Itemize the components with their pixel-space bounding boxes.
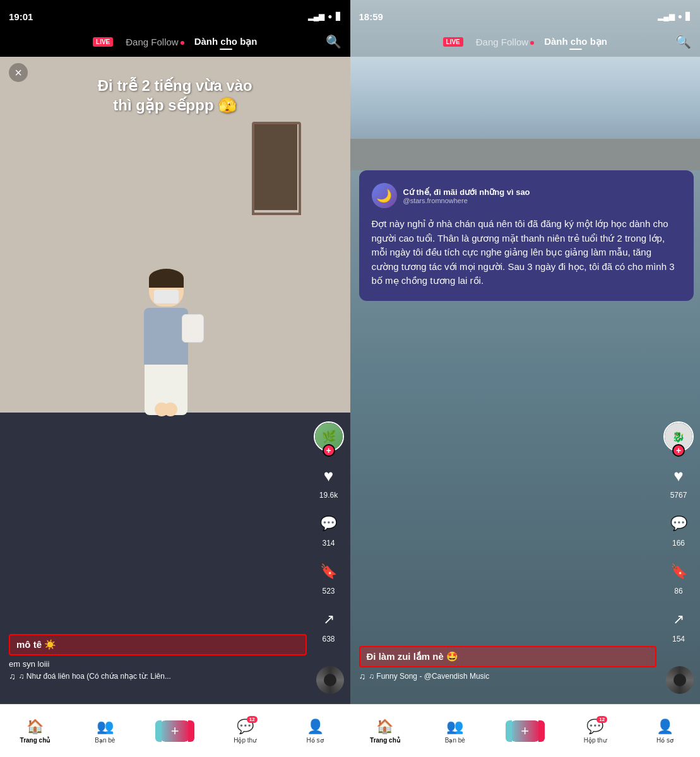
add-icon-right: + [521,723,529,739]
signal-icon-left: ▂▄▆ [308,12,325,21]
time-left: 19:01 [9,11,33,22]
share-icon-left: ↗ [316,607,341,632]
nav-inbox-left[interactable]: 💬 12 Hộp thư [210,719,280,744]
bookmark-icon-left: 🔖 [316,559,341,584]
follow-plus-left[interactable]: + [323,444,335,457]
home-label-left: Trang chủ [20,737,50,744]
music-disc-left [316,666,344,694]
left-phone: 19:01 ▂▄▆ ● ▊ LIVE Đang Follow Dành cho … [0,0,350,757]
nav-inbox-right[interactable]: 💬 12 Hộp thư [560,719,630,744]
nav-add-right[interactable]: + [490,720,560,742]
card-avatar-emoji: 🌙 [376,188,392,203]
share-count-left: 638 [322,635,335,643]
time-right: 18:59 [359,11,383,22]
nav-tab-following-left[interactable]: Đang Follow [126,37,184,47]
status-bar-left: 19:01 ▂▄▆ ● ▊ [0,0,350,28]
video-text-overlay: Đi trễ 2 tiếng vừa vào thì gặp sếppp 🫣 [0,76,350,115]
bookmark-count-right: 86 [674,587,682,596]
battery-icon-left: ▊ [336,12,341,21]
follow-plus-right[interactable]: + [672,444,685,457]
friends-label-right: Bạn bè [445,737,465,744]
live-badge-right: LIVE [443,37,463,47]
comment-action-right[interactable]: 💬 166 [666,511,691,548]
friends-icon-right: 👥 [446,719,463,735]
friends-label-left: Bạn bè [95,737,115,744]
top-nav-right: LIVE Đang Follow Dành cho bạn 🔍 [350,28,701,56]
door-frame-bg [252,122,301,215]
add-button-right[interactable]: + [509,720,541,742]
heart-icon-left: ♥ [316,463,341,488]
inbox-wrap-left: 💬 12 [237,719,254,735]
bookmark-action-left[interactable]: 🔖 523 [316,559,341,596]
nav-tab-foryou-left[interactable]: Dành cho bạn [194,36,258,47]
inbox-wrap-right: 💬 12 [586,719,603,735]
nav-profile-right[interactable]: 👤 Hồ sơ [630,719,700,744]
caption-text-right: Đi làm zui lắm nè 🤩 [367,651,459,662]
action-buttons-left: 🌿 + ♥ 19.6k 💬 314 🔖 523 ↗ 638 [314,421,344,643]
profile-icon-left: 👤 [307,719,324,735]
inbox-badge-left: 12 [247,716,258,723]
comment-action-left[interactable]: 💬 314 [316,511,341,548]
home-icon-left: 🏠 [27,719,44,735]
close-button-left[interactable]: × [9,63,28,82]
comment-count-right: 166 [672,539,685,548]
card-avatar: 🌙 [372,183,397,208]
status-icons-right: ▂▄▆ ● ▊ [658,12,691,21]
creator-avatar-right[interactable]: 🐉 + [663,421,694,452]
like-action-left[interactable]: ♥ 19.6k [316,463,341,500]
nav-friends-left[interactable]: 👥 Bạn bè [70,719,140,744]
search-button-left[interactable]: 🔍 [326,34,341,49]
nav-add-left[interactable]: + [140,720,210,742]
action-buttons-right: 🐉 + ♥ 5767 💬 166 🔖 86 ↗ 154 [663,421,694,643]
card-header: 🌙 Cứ thế, đi mãi dưới những vì sao @star… [372,183,682,208]
status-icons-left: ▂▄▆ ● ▊ [308,12,341,21]
music-label-right: ♫ Funny Song - @Cavendish Music [369,672,489,681]
nav-profile-left[interactable]: 👤 Hồ sơ [280,719,350,744]
music-text-right: ♫ ♫ Funny Song - @Cavendish Music [359,671,657,681]
person-mask [154,290,179,303]
search-button-right[interactable]: 🔍 [675,34,691,49]
bottom-info-left: mô tê ☀️ em syn loiii ♫ ♫ Như đoá liên h… [0,634,316,681]
right-phone: 18:59 ▂▄▆ ● ▊ LIVE Đang Follow Dành cho … [350,0,701,757]
share-action-right[interactable]: ↗ 154 [666,607,691,643]
profile-icon-right: 👤 [656,719,673,735]
home-label-right: Trang chủ [370,737,400,744]
nav-tab-following-right[interactable]: Đang Follow [476,37,534,47]
card-handle: @stars.fromnowhere [403,197,530,204]
inbox-label-left: Hộp thư [234,737,256,744]
person-head [149,269,184,307]
heart-icon-right: ♥ [666,463,691,488]
wifi-icon-right: ● [678,12,682,21]
live-badge-left: LIVE [93,37,113,47]
status-bar-right: 18:59 ▂▄▆ ● ▊ [350,0,701,28]
person-torso [144,308,188,365]
profile-label-left: Hồ sơ [307,737,324,744]
music-text-left: ♫ ♫ Như đoá liên hoa (Có chứa nhạc từ: L… [9,671,307,681]
nav-home-right[interactable]: 🏠 Trang chủ [350,719,420,744]
inbox-label-right: Hộp thư [584,737,607,744]
video-caption-main: Đi trễ 2 tiếng vừa vào thì gặp sếppp 🫣 [0,76,350,115]
music-disc-inner-left [324,674,336,686]
inbox-badge-right: 12 [596,716,607,723]
creator-avatar-left[interactable]: 🌿 + [314,421,344,452]
username-left: em syn loiii [9,659,307,669]
like-count-left: 19.6k [319,491,338,500]
road-background [350,139,701,170]
bookmark-action-right[interactable]: 🔖 86 [666,559,691,596]
share-count-right: 154 [672,635,685,643]
person-bag [182,314,204,343]
share-action-left[interactable]: ↗ 638 [316,607,341,643]
add-button-left[interactable]: + [159,720,191,742]
music-note-right: ♫ [359,671,366,681]
nav-friends-right[interactable]: 👥 Bạn bè [420,719,490,744]
nav-home-left[interactable]: 🏠 Trang chủ [0,719,70,744]
wifi-icon-left: ● [328,12,332,21]
video-background-left [0,57,350,704]
home-icon-right: 🏠 [376,719,393,735]
caption-highlight-left: mô tê ☀️ [9,634,307,655]
music-disc-inner-right [673,674,686,686]
share-icon-right: ↗ [666,607,691,632]
nav-tab-foryou-right[interactable]: Dành cho bạn [544,36,607,47]
like-action-right[interactable]: ♥ 5767 [666,463,691,500]
friends-icon-left: 👥 [97,719,114,735]
